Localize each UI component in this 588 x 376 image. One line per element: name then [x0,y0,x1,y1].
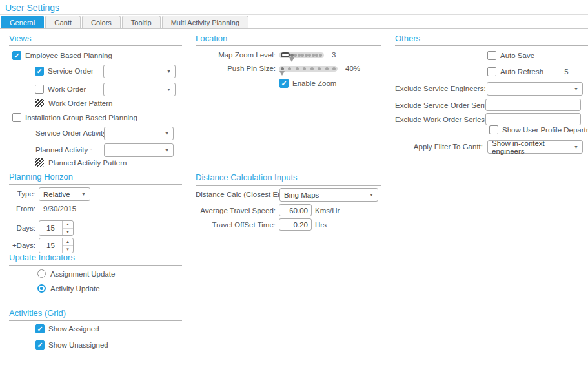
show-user-profile-departments-label: Show User Profile Departments [502,126,588,134]
employee-based-planning-label: Employee Based Planning [25,52,112,59]
average-travel-speed-input[interactable]: 60.00 [279,204,312,216]
push-pin-slider-thumb[interactable] [281,67,284,70]
apply-filter-to-gantt-label: Apply Filter To Gantt: [395,143,486,151]
slider-dot [294,54,297,57]
type-dropdown[interactable]: Relative ▼ [39,187,90,201]
average-travel-speed-unit: Kms/Hr [315,207,340,214]
exclude-service-order-series-input[interactable] [485,99,581,111]
show-assigned-label: Show Assigned [48,325,99,333]
auto-refresh-checkbox[interactable]: ✓ [487,67,496,76]
slider-dot [319,54,322,57]
apply-filter-to-gantt-dropdown[interactable]: Show in-context engineers ▼ [487,140,583,154]
check-icon: ✓ [14,52,19,59]
slider-dot [325,67,329,70]
employee-based-planning-checkbox[interactable]: ✓ [12,51,21,60]
step-down-icon[interactable]: ▼ [63,229,73,236]
activity-update-label: Activity Update [50,285,100,293]
assignment-update-radio[interactable] [37,269,46,278]
work-order-label: Work Order [48,85,86,93]
slider-dot [318,67,321,70]
hatch-pattern-icon [35,99,44,107]
work-order-checkbox[interactable]: ✓ [35,85,44,94]
slider-dot [301,54,304,57]
work-order-dropdown[interactable]: ▼ [103,83,176,96]
chevron-down-icon: ▼ [165,148,169,152]
distance-calc-divider [196,185,381,186]
middle-column: Location Map Zoom Level: 3 Push Pin Size… [196,32,381,376]
distance-calc-dropdown[interactable]: Bing Maps ▼ [279,188,378,202]
exclude-work-order-series-input[interactable] [485,113,581,125]
tab-multi-activity-planning[interactable]: Multi Activity Planning [162,16,248,28]
travel-offset-time-value: 0.20 [294,221,308,229]
push-pin-size-value: 40% [345,65,360,72]
installation-group-label: Installation Group Based Planning [25,114,137,121]
service-order-dropdown[interactable]: ▼ [103,65,176,78]
push-pin-size-slider[interactable] [279,66,338,72]
exclude-service-order-series-label: Exclude Service Order Series: [395,101,485,109]
map-zoom-level-value: 3 [332,51,336,59]
check-icon: ✓ [36,68,42,75]
show-user-profile-departments-checkbox[interactable]: ✓ [489,125,498,134]
chevron-down-icon: ▼ [165,131,169,136]
slider-dot [298,54,301,57]
location-divider [196,45,381,46]
slider-dot [308,54,311,57]
slider-dot [305,54,308,57]
travel-offset-time-label: Travel OffSet Time: [196,221,279,229]
planning-horizon-section-header: Planning Horizon [9,172,73,182]
views-section-header: Views [9,34,31,43]
exclude-service-engineers-label: Exclude Service Engineers: [395,85,485,92]
chevron-down-icon: ▼ [167,87,171,92]
installation-group-checkbox[interactable]: ✓ [12,113,21,122]
map-zoom-level-label: Map Zoom Level: [196,51,279,59]
assignment-update-label: Assignment Update [50,270,115,278]
tab-gantt[interactable]: Gantt [45,16,81,28]
show-unassigned-checkbox[interactable]: ✓ [35,340,45,350]
planned-activity-dropdown[interactable]: ▼ [104,143,174,157]
planning-horizon-divider [9,184,182,185]
minus-days-label: -Days: [9,224,39,232]
slider-dot [315,54,318,57]
step-up-icon[interactable]: ▲ [63,238,73,246]
check-icon: ✓ [281,80,287,87]
slider-dot [332,67,336,70]
step-up-icon[interactable]: ▲ [63,221,73,229]
plus-days-value: 15 [39,238,62,253]
travel-offset-time-input[interactable]: 0.20 [279,218,312,231]
slider-dot [310,67,314,70]
enable-zoom-checkbox[interactable]: ✓ [279,79,289,88]
views-section-divider [9,45,182,46]
average-travel-speed-value: 60.00 [289,207,308,214]
map-zoom-slider-thumb[interactable] [290,54,294,57]
service-order-activity-dropdown[interactable]: ▼ [104,127,174,140]
tab-general[interactable]: General [1,16,44,28]
work-order-pattern-label: Work Order Pattern [48,99,113,107]
check-icon: ✓ [37,326,43,333]
activity-update-radio[interactable] [37,284,46,293]
service-order-activity-label: Service Order Activity : [35,129,110,137]
plus-days-stepper[interactable]: 15 ▲ ▼ [39,238,74,253]
step-down-icon[interactable]: ▼ [63,246,73,253]
update-indicators-divider [9,265,182,266]
from-value: 9/30/2015 [43,205,76,213]
auto-save-checkbox[interactable]: ✓ [487,51,496,60]
chevron-down-icon: ▼ [574,145,578,149]
show-assigned-checkbox[interactable]: ✓ [35,324,45,333]
exclude-service-engineers-dropdown[interactable]: ▼ [487,82,583,96]
service-order-checkbox[interactable]: ✓ [35,67,44,76]
minus-days-stepper[interactable]: 15 ▲ ▼ [39,220,74,236]
minus-days-value: 15 [39,221,62,235]
type-label: Type: [9,190,39,198]
planned-activity-pattern-label: Planned Activity Pattern [48,159,127,167]
tab-tooltip[interactable]: Tooltip [122,16,161,28]
tab-colors[interactable]: Colors [82,16,121,28]
apply-filter-to-gantt-value: Show in-context engineers [492,140,571,155]
push-pin-size-label: Push Pin Size: [196,65,279,72]
map-zoom-slider[interactable] [279,52,324,58]
service-order-label: Service Order [48,67,94,75]
from-label: From: [9,205,39,213]
right-column: Others ✓ Auto Save ✓ Auto Refresh 5 Excl… [395,32,588,376]
chevron-down-icon: ▼ [369,193,374,197]
slider-dot [312,54,315,57]
distance-calc-dropdown-value: Bing Maps [284,191,367,199]
